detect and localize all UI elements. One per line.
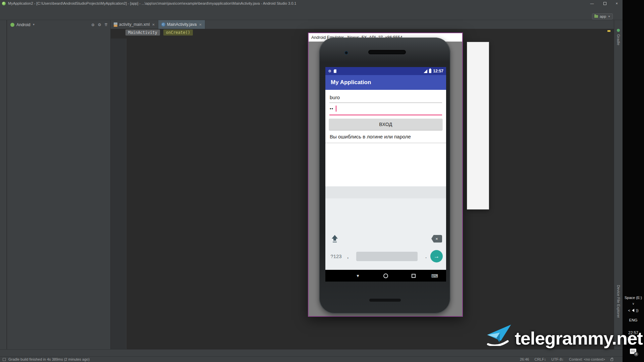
window-title: MyApplication2 - [C:\Users\beard\Android…: [8, 1, 296, 5]
collapse-all-icon[interactable]: ⇈: [104, 22, 108, 27]
overview-nav-icon[interactable]: [412, 274, 416, 278]
emulator-window: Android Emulator - Nexus_5X_API_27_x86:5…: [308, 33, 463, 317]
app-title: My Application: [331, 79, 371, 86]
sound-tray[interactable]: <)): [623, 308, 644, 312]
gear-icon: ⚙: [328, 69, 331, 73]
close-icon[interactable]: ✕: [152, 23, 155, 26]
expand-all-icon[interactable]: ⊕: [91, 22, 95, 27]
tool-tab-gradle[interactable]: Gradle: [616, 34, 621, 45]
android-nav-bar: ▼ ⌨: [325, 270, 446, 282]
left-tool-strip: [0, 20, 7, 349]
project-view-selector[interactable]: Android: [16, 22, 30, 27]
encoding-indicator[interactable]: UTF-8↕: [551, 357, 564, 361]
tray-clock[interactable]: 22:57: [623, 330, 644, 335]
earpiece-speaker: [368, 50, 406, 54]
hidden-icons-chevron[interactable]: ∨: [623, 302, 644, 305]
ide-titlebar: MyApplication2 - [C:\Users\beard\Android…: [0, 0, 623, 7]
password-input[interactable]: ••: [330, 106, 333, 111]
error-message: Вы ошиблись в логине или пароле: [330, 134, 411, 139]
android-icon: [10, 23, 14, 27]
run-config-icon: [594, 15, 598, 18]
phone-frame: ⚙ 12:57 My Application buro •• ВХОД: [319, 38, 450, 314]
home-nav-icon[interactable]: [383, 274, 388, 278]
java-class-icon: C: [161, 22, 165, 26]
close-icon[interactable]: ✕: [199, 23, 202, 26]
windows-taskbar: Space (E:) ∨ <)) ENG 22:57 10.2017 4: [623, 0, 644, 362]
xml-file-icon: [114, 22, 117, 27]
status-bar: Gradle build finished in 4s 389ms (2 min…: [0, 356, 623, 362]
status-message: Gradle build finished in 4s 389ms (2 min…: [8, 357, 90, 361]
login-input[interactable]: buro: [330, 95, 340, 100]
caret-position[interactable]: 26:46: [520, 357, 529, 361]
on-screen-keyboard: × ?123 , . →: [325, 186, 446, 270]
screen: MyApplication2 - [C:\Users\beard\Android…: [0, 0, 644, 362]
bottom-speaker: [369, 299, 401, 302]
signal-icon: [424, 69, 427, 73]
front-camera: [344, 51, 348, 55]
space-key[interactable]: [356, 252, 418, 261]
tab-activity-main-xml[interactable]: activity_main.xml ✕: [111, 20, 158, 29]
status-time: 12:57: [433, 69, 443, 73]
emulator-toolbar: [467, 42, 489, 209]
notification-badge: 4: [634, 352, 638, 356]
back-nav-icon[interactable]: ▼: [356, 274, 360, 278]
project-panel: Android ▼ ⊕ ⚙ ⇈: [7, 20, 111, 349]
run-configuration-select[interactable]: app ▼: [592, 13, 613, 19]
phone-screen: ⚙ 12:57 My Application buro •• ВХОД: [325, 67, 446, 282]
menubar: [0, 7, 623, 13]
period-key[interactable]: .: [422, 253, 430, 260]
line-separator-indicator[interactable]: CRLF↕: [534, 357, 546, 361]
android-status-bar: ⚙ 12:57: [325, 67, 446, 75]
login-underline: [329, 103, 442, 103]
shift-key[interactable]: [327, 235, 342, 243]
login-button[interactable]: ВХОД: [329, 119, 442, 130]
battery-icon: [429, 69, 431, 73]
drive-label[interactable]: Space (E:): [623, 296, 644, 300]
comma-key[interactable]: ,: [343, 253, 352, 260]
backspace-key[interactable]: ×: [429, 235, 444, 243]
speaker-icon: [632, 309, 634, 312]
language-indicator[interactable]: ENG: [623, 318, 644, 322]
context-indicator[interactable]: Context: <no context>: [569, 357, 605, 361]
maximize-button[interactable]: [603, 2, 606, 5]
tool-window-bar: [0, 349, 623, 356]
tab-mainactivity-java[interactable]: C MainActivity.java ✕: [158, 20, 205, 29]
inspection-status-icon: [617, 29, 620, 32]
breadcrumb-class-chip[interactable]: MainActivity: [125, 29, 160, 36]
run-config-label: app: [600, 14, 606, 18]
tray-date[interactable]: 10.2017: [623, 337, 644, 341]
keyboard-nav-icon[interactable]: ⌨: [431, 273, 438, 279]
toolbar-actions: app ▼: [589, 13, 616, 20]
divider: [325, 143, 446, 143]
chevron-down-icon: ▼: [32, 23, 35, 26]
close-button[interactable]: ×: [616, 1, 618, 5]
symbols-key[interactable]: ?123: [329, 253, 343, 259]
lock-icon[interactable]: [610, 359, 613, 361]
tool-window-toggle-icon[interactable]: [3, 358, 6, 361]
text-cursor: [336, 106, 336, 112]
right-tool-strip: Gradle Device File Explorer: [614, 20, 623, 349]
settings-gear-icon[interactable]: ⚙: [98, 22, 101, 27]
tool-tab-device-file-explorer[interactable]: Device File Explorer: [616, 285, 621, 318]
breadcrumb-method-chip[interactable]: onCreate(): [163, 29, 193, 36]
chevron-down-icon: ▼: [608, 15, 610, 18]
app-bar: My Application: [325, 75, 446, 90]
error-stripe-mark[interactable]: [607, 30, 610, 32]
sdcard-icon: [334, 69, 336, 73]
enter-key[interactable]: →: [430, 250, 443, 262]
main-toolbar: app ▼: [0, 13, 623, 20]
editor-tabs: activity_main.xml ✕ C MainActivity.java …: [111, 20, 614, 29]
minimize-button[interactable]: —: [590, 1, 594, 5]
android-studio-logo-icon: [2, 2, 6, 5]
project-view-header[interactable]: Android ▼ ⊕ ⚙ ⇈: [7, 20, 110, 29]
password-underline: [329, 115, 442, 115]
